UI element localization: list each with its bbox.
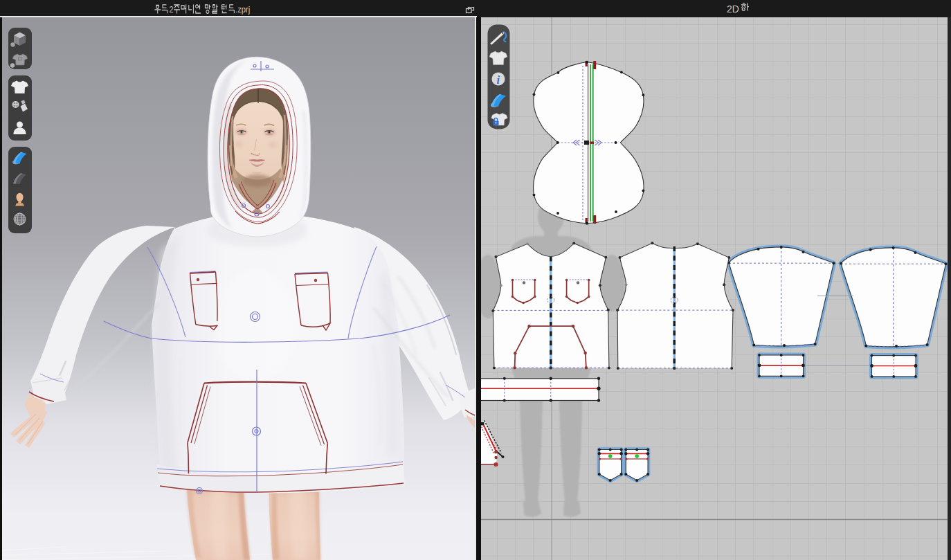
svg-text:.zprj: .zprj <box>235 4 250 15</box>
svg-text:i: i <box>497 74 500 86</box>
svg-text:2: 2 <box>170 4 174 15</box>
svg-text:2D: 2D <box>727 3 739 15</box>
